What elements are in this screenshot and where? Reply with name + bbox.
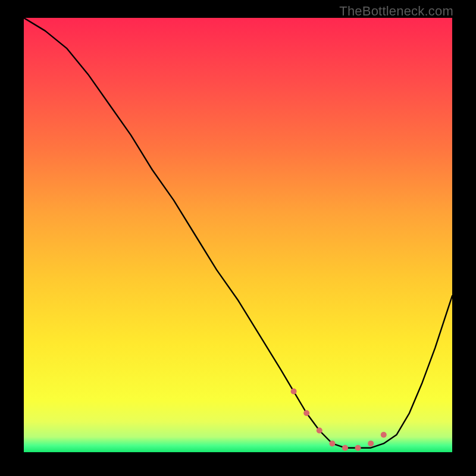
marker-dot [381, 432, 387, 438]
marker-dot [342, 445, 348, 451]
marker-dot [303, 410, 309, 416]
chart-curve [24, 18, 452, 452]
watermark-text: TheBottleneck.com [339, 4, 453, 19]
marker-dot [368, 440, 374, 446]
marker-dot [355, 445, 361, 451]
plot-area [24, 18, 452, 452]
marker-dot [329, 440, 335, 446]
marker-dot [317, 428, 322, 434]
chart-line [24, 18, 452, 448]
marker-dot [291, 389, 297, 394]
